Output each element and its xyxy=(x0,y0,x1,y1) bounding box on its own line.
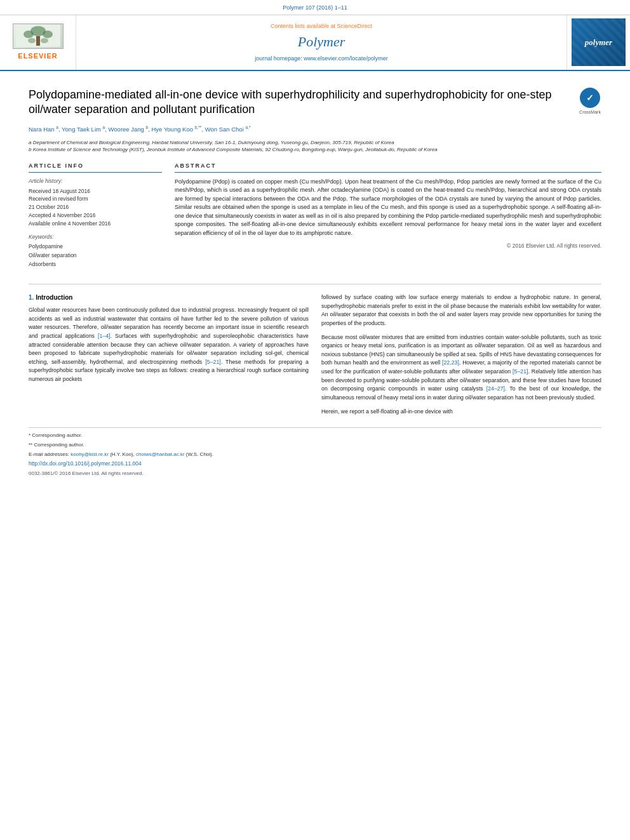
keywords-group: Keywords: Polydopamine Oil/water separat… xyxy=(29,234,162,269)
intro-para-4: Herein, we report a self-floating all-in… xyxy=(321,408,601,417)
elsevier-wordmark: ELSEVIER xyxy=(18,51,57,61)
abstract-col: ABSTRACT Polydopamine (Pdop) is coated o… xyxy=(175,162,601,275)
polymer-logo: polymer xyxy=(572,18,626,66)
homepage-prefix: journal homepage: xyxy=(255,55,304,62)
svg-rect-4 xyxy=(36,36,40,46)
journal-citation: Polymer 107 (2016) 1–11 xyxy=(283,4,347,11)
keyword-3: Adsorbents xyxy=(29,260,162,269)
article-info-abstract-row: ARTICLE INFO Article history: Received 1… xyxy=(29,162,601,275)
article-title-row: Polydopamine-mediated all-in-one device … xyxy=(29,88,601,117)
email1-name: (H.Y. Koo), xyxy=(110,451,135,457)
keyword-1: Polydopamine xyxy=(29,243,162,251)
copyright-line: © 2016 Elsevier Ltd. All rights reserved… xyxy=(175,243,601,250)
crossmark-badge[interactable]: ✓ CrossMark xyxy=(579,90,601,113)
svg-point-2 xyxy=(23,30,34,38)
journal-citation-bar: Polymer 107 (2016) 1–11 xyxy=(0,0,630,15)
email-line: E-mail addresses: koohy@kist.re.kr (H.Y.… xyxy=(29,451,601,458)
keywords-label: Keywords: xyxy=(29,234,162,241)
article-title-text: Polydopamine-mediated all-in-one device … xyxy=(29,88,579,117)
journal-info-center: Contents lists available at ScienceDirec… xyxy=(76,15,566,70)
accepted-date: Accepted 4 November 2016 xyxy=(29,211,162,220)
main-content: Polydopamine-mediated all-in-one device … xyxy=(0,71,630,489)
corresponding-note-2: ** Corresponding author. xyxy=(29,441,601,449)
article-history-group: Article history: Received 18 August 2016… xyxy=(29,178,162,228)
corresponding-note-1: * Corresponding author. xyxy=(29,432,601,439)
email2-name: (W.S. Choi). xyxy=(186,451,213,457)
affiliations: a Department of Chemical and Biological … xyxy=(29,139,601,153)
crossmark-label: CrossMark xyxy=(579,109,601,115)
svg-point-3 xyxy=(43,30,53,38)
ref-1-4[interactable]: [1–4] xyxy=(98,333,111,339)
section-number: 1. xyxy=(29,294,36,301)
polymer-logo-text: polymer xyxy=(585,37,612,48)
body-col-left: 1. Introduction Global water resources h… xyxy=(29,293,309,421)
ref-22-23[interactable]: [22,23] xyxy=(442,359,459,366)
keyword-2: Oil/water separation xyxy=(29,251,162,260)
homepage-url[interactable]: www.elsevier.com/locate/polymer xyxy=(304,55,388,62)
elsevier-tree-logo xyxy=(13,23,64,49)
authors-line: Nara Han a, Yong Taek Lim a, Wooree Jang… xyxy=(29,124,601,133)
polymer-logo-section: polymer xyxy=(566,15,630,70)
sciencedirect-prefix: Contents lists available at xyxy=(271,23,337,29)
intro-para-1: Global water resources have been continu… xyxy=(29,306,309,384)
abstract-text: Polydopamine (Pdop) is coated on copper … xyxy=(175,178,601,238)
article-info-col: ARTICLE INFO Article history: Received 1… xyxy=(29,162,162,275)
footer-section: * Corresponding author. ** Corresponding… xyxy=(29,427,601,477)
body-two-col: 1. Introduction Global water resources h… xyxy=(29,293,601,421)
received-revised-date: 21 October 2016 xyxy=(29,203,162,211)
article-info-section-label: ARTICLE INFO xyxy=(29,162,162,173)
affiliation-b: b Korea Institute of Science and Technol… xyxy=(29,146,601,153)
intro-para-3: Because most oil/water mixtures that are… xyxy=(321,333,601,403)
elsevier-logo: ELSEVIER xyxy=(13,23,64,61)
section-divider xyxy=(29,284,601,284)
doi-link[interactable]: http://dx.doi.org/10.1016/j.polymer.2016… xyxy=(29,460,601,468)
journal-header: ELSEVIER Contents lists available at Sci… xyxy=(0,15,630,71)
page-wrapper: Polymer 107 (2016) 1–11 ELSEVIER xyxy=(0,0,630,840)
history-label: Article history: xyxy=(29,178,162,185)
svg-point-6 xyxy=(41,38,48,43)
body-col-right: followed by surface coating with low sur… xyxy=(321,293,601,421)
section-title-text: Introduction xyxy=(36,294,72,301)
abstract-section-label: ABSTRACT xyxy=(175,162,601,173)
affiliation-a: a Department of Chemical and Biological … xyxy=(29,139,601,146)
email1[interactable]: koohy@kist.re.kr xyxy=(70,451,109,457)
received-revised-label: Received in revised form xyxy=(29,195,162,203)
svg-point-5 xyxy=(28,38,36,43)
journal-homepage: journal homepage: www.elsevier.com/locat… xyxy=(255,55,388,63)
available-date: Available online 4 November 2016 xyxy=(29,220,162,228)
issn-line: 0032-3861/© 2016 Elsevier Ltd. All right… xyxy=(29,470,601,477)
introduction-title: 1. Introduction xyxy=(29,293,309,302)
svg-text:✓: ✓ xyxy=(586,93,594,103)
ref-5-21b[interactable]: [5–21] xyxy=(513,368,528,375)
sciencedirect-name[interactable]: ScienceDirect xyxy=(337,23,373,29)
crossmark-icon[interactable]: ✓ xyxy=(580,88,600,108)
sciencedirect-link: Contents lists available at ScienceDirec… xyxy=(271,22,372,30)
ref-24-27[interactable]: [24–27] xyxy=(486,385,505,392)
email2[interactable]: choiws@hanbat.ac.kr xyxy=(136,451,185,457)
intro-para-2: followed by surface coating with low sur… xyxy=(321,293,601,328)
ref-5-21[interactable]: [5–21] xyxy=(205,359,220,365)
journal-name: Polymer xyxy=(298,32,345,52)
received-date: Received 18 August 2016 xyxy=(29,187,162,196)
elsevier-logo-section: ELSEVIER xyxy=(0,15,76,70)
email-label: E-mail addresses: xyxy=(29,451,69,457)
